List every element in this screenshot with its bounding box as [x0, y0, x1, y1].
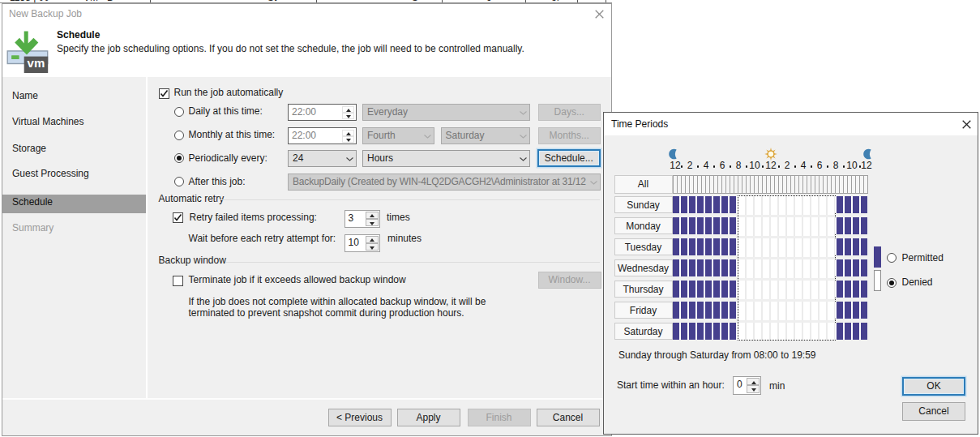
svg-text:vm: vm: [28, 56, 45, 70]
